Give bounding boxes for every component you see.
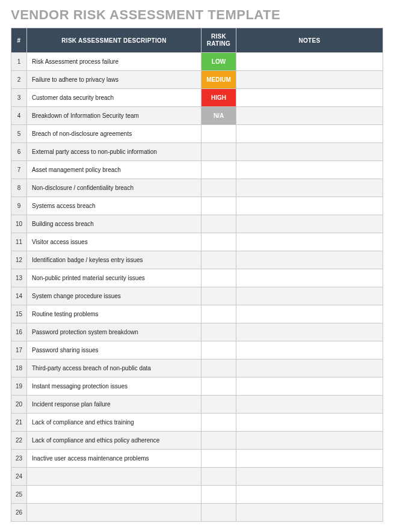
row-notes xyxy=(236,341,383,359)
row-notes xyxy=(236,53,383,71)
row-notes xyxy=(236,450,383,468)
row-notes xyxy=(236,215,383,233)
row-description: Routine testing problems xyxy=(27,305,202,323)
row-description: Third-party access breach of non-public … xyxy=(27,359,202,378)
header-desc: RISK ASSESSMENT DESCRIPTION xyxy=(27,28,202,53)
table-row: 18Third-party access breach of non-publi… xyxy=(11,359,383,378)
row-number: 25 xyxy=(11,486,27,504)
row-notes xyxy=(236,251,383,269)
table-row: 20Incident response plan failure xyxy=(11,396,383,414)
row-number: 15 xyxy=(11,305,27,323)
row-rating: LOW xyxy=(202,53,236,71)
row-number: 2 xyxy=(11,71,27,89)
row-notes xyxy=(236,305,383,323)
row-notes xyxy=(236,468,383,486)
row-notes xyxy=(236,287,383,305)
row-number: 3 xyxy=(11,89,27,107)
row-number: 24 xyxy=(11,468,27,486)
table-row: 4Breakdown of Information Security teamN… xyxy=(11,107,383,125)
row-rating: HIGH xyxy=(202,89,236,107)
table-row: 16Password protection system breakdown xyxy=(11,323,383,341)
row-number: 19 xyxy=(11,378,27,396)
row-number: 14 xyxy=(11,287,27,305)
table-row: 9Systems access breach xyxy=(11,197,383,215)
row-rating xyxy=(202,197,236,215)
row-rating xyxy=(202,143,236,161)
table-row: 11Visitor access issues xyxy=(11,233,383,251)
row-rating xyxy=(202,341,236,359)
row-description: Systems access breach xyxy=(27,197,202,215)
row-number: 7 xyxy=(11,161,27,179)
row-number: 18 xyxy=(11,359,27,378)
table-row: 26 xyxy=(11,504,383,522)
header-row: # RISK ASSESSMENT DESCRIPTION RISK RATIN… xyxy=(11,28,383,53)
row-number: 26 xyxy=(11,504,27,522)
row-description: System change procedure issues xyxy=(27,287,202,305)
row-notes xyxy=(236,414,383,432)
table-row: 5Breach of non-disclosure agreements xyxy=(11,125,383,143)
row-rating xyxy=(202,359,236,378)
row-number: 10 xyxy=(11,215,27,233)
table-row: 13Non-public printed material security i… xyxy=(11,269,383,287)
row-rating xyxy=(202,269,236,287)
row-rating xyxy=(202,468,236,486)
row-number: 20 xyxy=(11,396,27,414)
row-rating: MEDIUM xyxy=(202,71,236,89)
row-rating xyxy=(202,251,236,269)
row-description: Lack of compliance and ethics policy adh… xyxy=(27,432,202,450)
row-rating xyxy=(202,287,236,305)
row-rating xyxy=(202,179,236,197)
table-row: 7Asset management policy breach xyxy=(11,161,383,179)
row-rating xyxy=(202,125,236,143)
table-row: 19Instant messaging protection issues xyxy=(11,378,383,396)
table-row: 8Non-disclosure / confidentiality breach xyxy=(11,179,383,197)
row-rating xyxy=(202,504,236,522)
row-number: 12 xyxy=(11,251,27,269)
row-number: 6 xyxy=(11,143,27,161)
row-notes xyxy=(236,432,383,450)
row-description xyxy=(27,486,202,504)
row-number: 21 xyxy=(11,414,27,432)
row-rating xyxy=(202,486,236,504)
row-notes xyxy=(236,71,383,89)
row-rating xyxy=(202,161,236,179)
risk-table: # RISK ASSESSMENT DESCRIPTION RISK RATIN… xyxy=(11,28,383,522)
row-description: Asset management policy breach xyxy=(27,161,202,179)
row-rating xyxy=(202,233,236,251)
row-notes xyxy=(236,504,383,522)
row-rating xyxy=(202,378,236,396)
row-description: Inactive user access maintenance problem… xyxy=(27,450,202,468)
row-number: 4 xyxy=(11,107,27,125)
table-row: 21Lack of compliance and ethics training xyxy=(11,414,383,432)
row-description xyxy=(27,504,202,522)
row-number: 22 xyxy=(11,432,27,450)
row-rating xyxy=(202,450,236,468)
row-description: External party access to non-public info… xyxy=(27,143,202,161)
row-number: 16 xyxy=(11,323,27,341)
row-description: Instant messaging protection issues xyxy=(27,378,202,396)
table-row: 1Risk Assessment process failureLOW xyxy=(11,53,383,71)
row-notes xyxy=(236,89,383,107)
table-row: 3Customer data security breachHIGH xyxy=(11,89,383,107)
row-notes xyxy=(236,378,383,396)
page-title: VENDOR RISK ASSESSMENT TEMPLATE xyxy=(11,7,383,23)
row-description: Password protection system breakdown xyxy=(27,323,202,341)
table-row: 2Failure to adhere to privacy lawsMEDIUM xyxy=(11,71,383,89)
row-rating: N/A xyxy=(202,107,236,125)
row-rating xyxy=(202,414,236,432)
table-row: 12Identification badge / keyless entry i… xyxy=(11,251,383,269)
row-description: Non-public printed material security iss… xyxy=(27,269,202,287)
row-description: Visitor access issues xyxy=(27,233,202,251)
row-number: 17 xyxy=(11,341,27,359)
row-number: 1 xyxy=(11,53,27,71)
table-row: 23Inactive user access maintenance probl… xyxy=(11,450,383,468)
row-notes xyxy=(236,161,383,179)
row-notes xyxy=(236,233,383,251)
row-rating xyxy=(202,323,236,341)
row-description: Failure to adhere to privacy laws xyxy=(27,71,202,89)
row-description: Customer data security breach xyxy=(27,89,202,107)
row-notes xyxy=(236,323,383,341)
row-description: Building access breach xyxy=(27,215,202,233)
table-row: 17Password sharing issues xyxy=(11,341,383,359)
header-num: # xyxy=(11,28,27,53)
